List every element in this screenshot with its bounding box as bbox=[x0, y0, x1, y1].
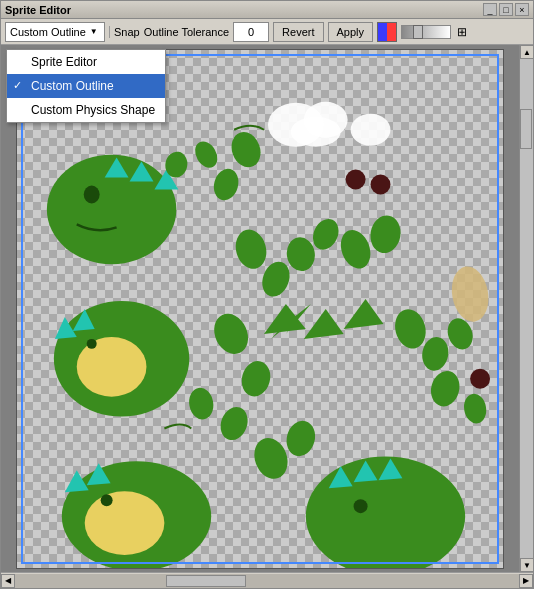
svg-point-39 bbox=[187, 385, 216, 421]
close-button[interactable]: × bbox=[515, 3, 529, 16]
zoom-slider[interactable] bbox=[401, 25, 451, 39]
svg-marker-36 bbox=[344, 299, 384, 329]
svg-point-41 bbox=[391, 305, 430, 351]
content-area: ▲ ▼ bbox=[1, 45, 533, 572]
svg-point-49 bbox=[371, 174, 391, 194]
minimize-button[interactable]: _ bbox=[483, 3, 497, 16]
svg-point-46 bbox=[249, 433, 293, 483]
svg-point-13 bbox=[87, 338, 97, 348]
scroll-down-button[interactable]: ▼ bbox=[520, 558, 533, 572]
tolerance-input[interactable] bbox=[233, 22, 269, 42]
svg-point-24 bbox=[227, 128, 265, 171]
svg-point-42 bbox=[420, 334, 451, 372]
svg-point-30 bbox=[284, 235, 317, 273]
dropdown-item-custom-outline[interactable]: Custom Outline bbox=[7, 74, 165, 98]
title-bar: Sprite Editor _ □ × bbox=[1, 1, 533, 19]
dropdown-menu: Sprite Editor Custom Outline Custom Phys… bbox=[6, 49, 166, 123]
dropdown-item-sprite-editor[interactable]: Sprite Editor bbox=[7, 50, 165, 74]
svg-point-5 bbox=[84, 185, 100, 203]
scroll-up-button[interactable]: ▲ bbox=[520, 45, 533, 59]
svg-point-50 bbox=[470, 368, 490, 388]
svg-point-47 bbox=[283, 417, 319, 459]
scroll-right-button[interactable]: ▶ bbox=[519, 574, 533, 588]
snap-label: Snap bbox=[114, 26, 140, 38]
tolerance-label: Outline Tolerance bbox=[144, 26, 229, 38]
bottom-bar: ◀ ▶ bbox=[1, 572, 533, 588]
scrollbar-horizontal: ◀ ▶ bbox=[1, 574, 533, 588]
svg-point-3 bbox=[351, 113, 391, 145]
scrollbar-vertical: ▲ ▼ bbox=[519, 45, 533, 572]
color-swatch-right bbox=[387, 23, 396, 41]
slider-container: ⊞ bbox=[401, 23, 471, 41]
scroll-left-button[interactable]: ◀ bbox=[1, 574, 15, 588]
mode-label: Custom Outline bbox=[10, 26, 86, 38]
svg-point-18 bbox=[101, 494, 113, 506]
revert-button[interactable]: Revert bbox=[273, 22, 323, 42]
scroll-track-vertical[interactable] bbox=[520, 59, 533, 558]
grid-icon: ⊞ bbox=[453, 23, 471, 41]
svg-point-29 bbox=[258, 257, 295, 300]
scroll-thumb-horizontal[interactable] bbox=[166, 575, 246, 587]
svg-point-25 bbox=[210, 166, 241, 203]
sprite-svg bbox=[17, 50, 503, 568]
svg-point-26 bbox=[191, 137, 222, 171]
dropdown-item-custom-physics[interactable]: Custom Physics Shape bbox=[7, 98, 165, 122]
svg-marker-35 bbox=[304, 309, 344, 339]
toolbar: Custom Outline Sprite Editor Custom Outl… bbox=[1, 19, 533, 45]
mode-dropdown[interactable]: Custom Outline Sprite Editor Custom Outl… bbox=[5, 22, 105, 42]
canvas-container[interactable] bbox=[1, 45, 519, 572]
svg-point-15 bbox=[85, 491, 165, 555]
sprite-editor-window: Sprite Editor _ □ × Custom Outline Sprit… bbox=[0, 0, 534, 589]
svg-point-32 bbox=[336, 225, 376, 272]
color-swatch[interactable] bbox=[377, 22, 397, 42]
svg-point-38 bbox=[238, 357, 274, 399]
sprite-canvas bbox=[16, 49, 504, 569]
svg-point-2 bbox=[291, 116, 341, 146]
color-swatch-left bbox=[378, 23, 387, 41]
svg-point-23 bbox=[354, 499, 368, 513]
scroll-track-horizontal[interactable] bbox=[15, 574, 519, 588]
svg-point-28 bbox=[231, 226, 270, 272]
svg-point-37 bbox=[208, 308, 255, 359]
svg-point-51 bbox=[448, 263, 493, 324]
title-bar-buttons: _ □ × bbox=[483, 3, 529, 16]
svg-marker-34 bbox=[264, 304, 306, 334]
maximize-button[interactable]: □ bbox=[499, 3, 513, 16]
svg-point-33 bbox=[367, 213, 403, 255]
apply-button[interactable]: Apply bbox=[328, 22, 374, 42]
snap-section: Snap bbox=[109, 26, 140, 38]
scroll-thumb-vertical[interactable] bbox=[520, 109, 532, 149]
window-title: Sprite Editor bbox=[5, 4, 71, 16]
svg-point-40 bbox=[216, 403, 252, 444]
svg-point-48 bbox=[346, 169, 366, 189]
svg-point-44 bbox=[427, 367, 463, 409]
svg-point-45 bbox=[462, 391, 489, 424]
